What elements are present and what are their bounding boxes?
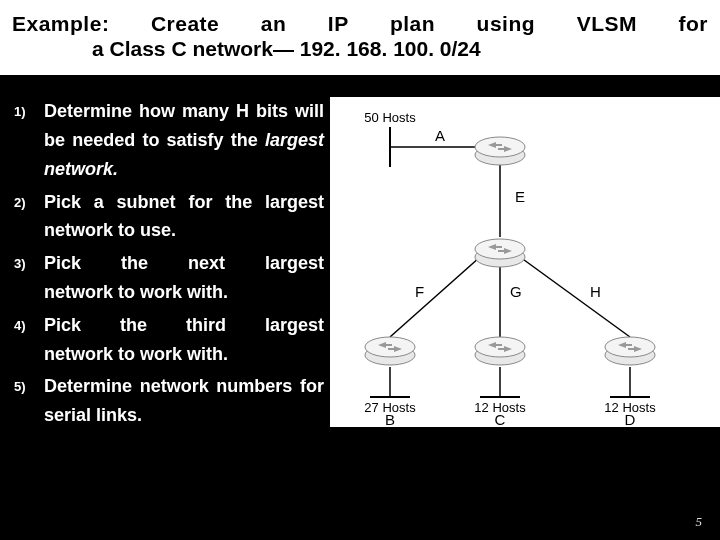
label-g: G	[510, 283, 522, 300]
router-icon	[475, 137, 525, 165]
step-line: network to use.	[44, 220, 176, 240]
step-number: 3)	[14, 249, 44, 307]
step-line: Pick the next largest	[44, 253, 324, 273]
svg-point-15	[475, 239, 525, 259]
list-item: 5) Determine network numbers for serial …	[14, 372, 324, 430]
step-number: 5)	[14, 372, 44, 430]
step-line: Pick the third largest	[44, 315, 324, 335]
router-icon	[475, 239, 525, 267]
svg-point-21	[605, 337, 655, 357]
title-line-2: a Class C network— 192. 168. 100. 0/24	[12, 37, 708, 61]
step-text: Pick a subnet for the largest network to…	[44, 188, 324, 246]
step-text: Pick the third largest network to work w…	[44, 311, 324, 369]
title-line-1: Example: Create an IP plan using VLSM fo…	[12, 10, 708, 37]
list-item: 2) Pick a subnet for the largest network…	[14, 188, 324, 246]
label-a: A	[435, 127, 445, 144]
svg-point-19	[475, 337, 525, 357]
svg-line-5	[520, 257, 630, 337]
list-item: 3) Pick the next largest network to work…	[14, 249, 324, 307]
step-number: 2)	[14, 188, 44, 246]
step-line: network to work with.	[44, 340, 228, 369]
svg-point-17	[365, 337, 415, 357]
step-line: Determine network numbers	[44, 376, 292, 396]
content-area: 1) Determine how many H bits will be nee…	[0, 77, 720, 434]
step-line: Determine how many H bits	[44, 101, 288, 121]
step-text: Determine network numbers for serial lin…	[44, 372, 324, 430]
step-number: 1)	[14, 97, 44, 183]
label-c: C	[495, 411, 506, 427]
router-icon	[475, 337, 525, 365]
steps-list: 1) Determine how many H bits will be nee…	[14, 97, 324, 434]
label-hosts-a: 50 Hosts	[364, 110, 416, 125]
step-line: Pick a subnet for the largest	[44, 192, 324, 212]
step-line: network to work with.	[44, 278, 228, 307]
label-e: E	[515, 188, 525, 205]
svg-point-13	[475, 137, 525, 157]
step-text: Determine how many H bits will be needed…	[44, 97, 324, 183]
label-d: D	[625, 411, 636, 427]
label-h: H	[590, 283, 601, 300]
page-number: 5	[696, 514, 703, 530]
label-b: B	[385, 411, 395, 427]
label-f: F	[415, 283, 424, 300]
slide-header: Example: Create an IP plan using VLSM fo…	[0, 0, 720, 77]
network-diagram: 50 Hosts A E F G H 27 Hosts B 12 Hosts C…	[330, 97, 720, 427]
svg-line-3	[390, 257, 480, 337]
step-number: 4)	[14, 311, 44, 369]
list-item: 1) Determine how many H bits will be nee…	[14, 97, 324, 183]
router-icon	[365, 337, 415, 365]
router-icon	[605, 337, 655, 365]
step-text: Pick the next largest network to work wi…	[44, 249, 324, 307]
list-item: 4) Pick the third largest network to wor…	[14, 311, 324, 369]
